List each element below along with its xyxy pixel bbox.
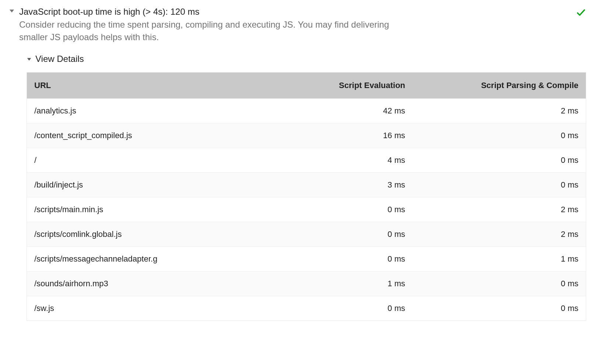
details-table: URL Script Evaluation Script Parsing & C… <box>27 73 586 321</box>
audit-description: Consider reducing the time spent parsing… <box>19 18 417 43</box>
cell-eval: 0 ms <box>273 246 413 271</box>
table-row: /analytics.js42 ms2 ms <box>27 98 586 123</box>
table-row: /sounds/airhorn.mp31 ms0 ms <box>27 271 586 296</box>
cell-parse: 1 ms <box>413 246 586 271</box>
cell-parse: 2 ms <box>413 197 586 222</box>
cell-parse: 0 ms <box>413 123 586 148</box>
cell-eval: 1 ms <box>273 271 413 296</box>
cell-eval: 3 ms <box>273 172 413 197</box>
cell-url: /scripts/messagechanneladapter.g <box>27 246 273 271</box>
cell-parse: 0 ms <box>413 296 586 321</box>
table-row: /scripts/comlink.global.js0 ms2 ms <box>27 222 586 246</box>
audit-header-text: JavaScript boot-up time is high (> 4s): … <box>19 6 568 43</box>
svg-marker-0 <box>10 10 14 13</box>
cell-url: /sounds/airhorn.mp3 <box>27 271 273 296</box>
column-header-parse: Script Parsing & Compile <box>413 73 586 99</box>
table-row: /scripts/main.min.js0 ms2 ms <box>27 197 586 222</box>
cell-url: / <box>27 148 273 172</box>
cell-eval: 16 ms <box>273 123 413 148</box>
cell-eval: 0 ms <box>273 222 413 246</box>
table-row: /scripts/messagechanneladapter.g0 ms1 ms <box>27 246 586 271</box>
audit-item: JavaScript boot-up time is high (> 4s): … <box>0 0 595 328</box>
column-header-eval: Script Evaluation <box>273 73 413 99</box>
checkmark-icon <box>576 7 586 18</box>
svg-marker-1 <box>27 58 31 60</box>
cell-url: /build/inject.js <box>27 172 273 197</box>
cell-parse: 2 ms <box>413 98 586 123</box>
table-header-row: URL Script Evaluation Script Parsing & C… <box>27 73 586 99</box>
table-row: /content_script_compiled.js16 ms0 ms <box>27 123 586 148</box>
cell-eval: 0 ms <box>273 296 413 321</box>
audit-details: View Details URL Script Evaluation Scrip… <box>27 54 586 321</box>
cell-parse: 0 ms <box>413 148 586 172</box>
cell-parse: 2 ms <box>413 222 586 246</box>
cell-eval: 0 ms <box>273 197 413 222</box>
view-details-toggle[interactable]: View Details <box>27 54 586 64</box>
audit-header: JavaScript boot-up time is high (> 4s): … <box>9 6 586 43</box>
cell-url: /scripts/main.min.js <box>27 197 273 222</box>
table-row: /build/inject.js3 ms0 ms <box>27 172 586 197</box>
table-row: /sw.js0 ms0 ms <box>27 296 586 321</box>
table-row: /4 ms0 ms <box>27 148 586 172</box>
details-table-container: URL Script Evaluation Script Parsing & C… <box>27 72 586 321</box>
cell-parse: 0 ms <box>413 172 586 197</box>
view-details-label: View Details <box>35 54 84 64</box>
disclosure-icon <box>27 57 32 62</box>
column-header-url: URL <box>27 73 273 99</box>
disclosure-icon[interactable] <box>9 8 15 14</box>
cell-eval: 4 ms <box>273 148 413 172</box>
cell-url: /analytics.js <box>27 98 273 123</box>
cell-url: /sw.js <box>27 296 273 321</box>
cell-url: /scripts/comlink.global.js <box>27 222 273 246</box>
cell-eval: 42 ms <box>273 98 413 123</box>
audit-title: JavaScript boot-up time is high (> 4s): … <box>19 6 568 18</box>
cell-parse: 0 ms <box>413 271 586 296</box>
cell-url: /content_script_compiled.js <box>27 123 273 148</box>
